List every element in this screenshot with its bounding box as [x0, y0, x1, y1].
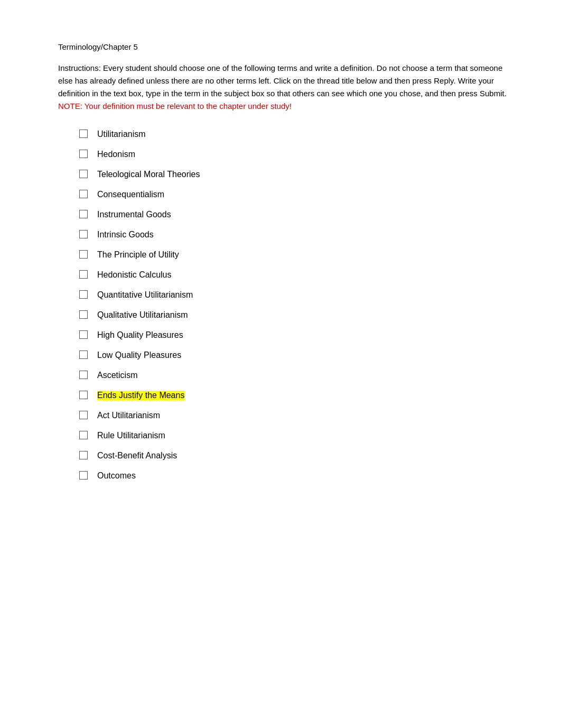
term-label[interactable]: Quantitative Utilitarianism [97, 290, 193, 300]
list-item[interactable]: Asceticism [79, 370, 508, 380]
term-label[interactable]: Teleological Moral Theories [97, 170, 200, 179]
term-label[interactable]: Asceticism [97, 371, 137, 380]
term-label[interactable]: Consequentialism [97, 190, 164, 199]
term-label[interactable]: Cost-Benefit Analysis [97, 451, 177, 460]
instructions-note: NOTE: Your definition must be relevant t… [58, 102, 292, 110]
list-item[interactable]: Utilitarianism [79, 128, 508, 139]
term-label[interactable]: Low Quality Pleasures [97, 351, 181, 360]
term-label[interactable]: Outcomes [97, 471, 136, 481]
bullet-icon [79, 471, 88, 480]
list-item[interactable]: Cost-Benefit Analysis [79, 450, 508, 460]
bullet-icon [79, 190, 88, 198]
term-label[interactable]: Instrumental Goods [97, 210, 171, 219]
list-item[interactable]: Instrumental Goods [79, 209, 508, 219]
bullet-icon [79, 411, 88, 419]
term-label[interactable]: Rule Utilitarianism [97, 431, 165, 440]
page-title: Terminology/Chapter 5 [58, 42, 508, 51]
bullet-icon [79, 230, 88, 238]
bullet-icon [79, 310, 88, 319]
list-item[interactable]: Act Utilitarianism [79, 410, 508, 420]
term-list: UtilitarianismHedonismTeleological Moral… [58, 128, 508, 481]
bullet-icon [79, 130, 88, 138]
list-item[interactable]: Quantitative Utilitarianism [79, 289, 508, 300]
bullet-icon [79, 351, 88, 359]
bullet-icon [79, 451, 88, 459]
list-item[interactable]: Hedonism [79, 149, 508, 159]
bullet-icon [79, 391, 88, 399]
list-item[interactable]: High Quality Pleasures [79, 329, 508, 340]
bullet-icon [79, 270, 88, 279]
bullet-icon [79, 330, 88, 339]
term-label[interactable]: Hedonistic Calculus [97, 270, 172, 280]
bullet-icon [79, 170, 88, 178]
term-label[interactable]: High Quality Pleasures [97, 330, 183, 340]
list-item[interactable]: Consequentialism [79, 189, 508, 199]
bullet-icon [79, 210, 88, 218]
list-item[interactable]: The Principle of Utility [79, 249, 508, 260]
term-label[interactable]: Hedonism [97, 150, 135, 159]
term-label[interactable]: Intrinsic Goods [97, 230, 154, 239]
list-item[interactable]: Ends Justify the Means [79, 390, 508, 400]
term-label[interactable]: Utilitarianism [97, 130, 146, 139]
list-item[interactable]: Teleological Moral Theories [79, 169, 508, 179]
bullet-icon [79, 431, 88, 439]
term-label[interactable]: Ends Justify the Means [97, 391, 184, 400]
bullet-icon [79, 250, 88, 259]
term-label[interactable]: Act Utilitarianism [97, 411, 160, 420]
list-item[interactable]: Hedonistic Calculus [79, 269, 508, 280]
bullet-icon [79, 371, 88, 379]
term-label[interactable]: Qualitative Utilitarianism [97, 310, 188, 320]
list-item[interactable]: Qualitative Utilitarianism [79, 309, 508, 320]
bullet-icon [79, 290, 88, 299]
list-item[interactable]: Rule Utilitarianism [79, 430, 508, 440]
bullet-icon [79, 150, 88, 158]
instructions-text: Instructions: Every student should choos… [58, 62, 508, 113]
instructions-body: Instructions: Every student should choos… [58, 63, 507, 98]
term-label[interactable]: The Principle of Utility [97, 250, 179, 260]
list-item[interactable]: Low Quality Pleasures [79, 349, 508, 360]
list-item[interactable]: Intrinsic Goods [79, 229, 508, 239]
list-item[interactable]: Outcomes [79, 470, 508, 481]
